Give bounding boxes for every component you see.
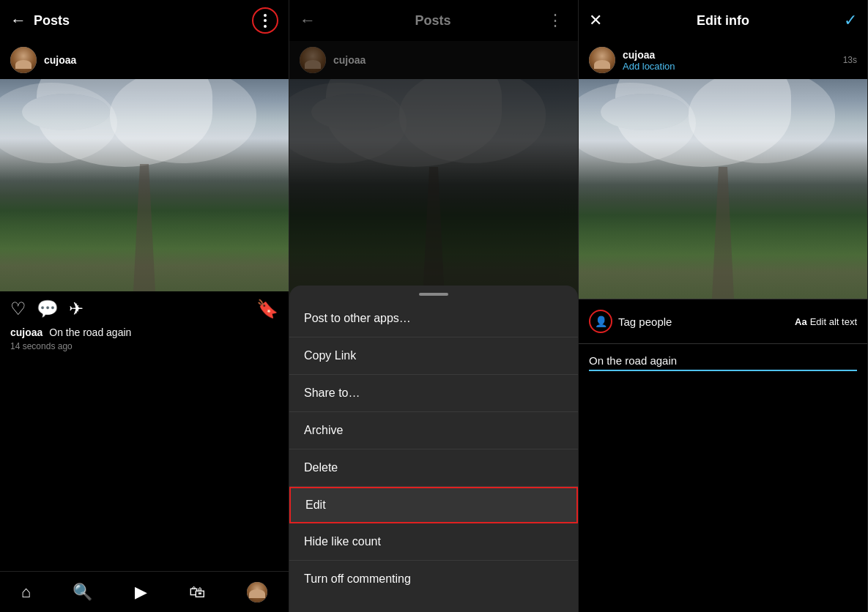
nav-home[interactable]: ⌂ — [21, 583, 31, 602]
edit-title: Edit info — [697, 13, 749, 29]
panel1-header: ← Posts — [0, 0, 289, 41]
caption-text: On the road again — [49, 326, 131, 338]
actions-row: ♡ 💬 ✈ 🔖 — [0, 291, 289, 326]
panel-posts-normal: ← Posts cujoaa ♡ 💬 ✈ 🔖 cujoaa On the roa… — [0, 0, 289, 612]
sheet-handle-row — [289, 286, 578, 300]
post-image — [0, 79, 289, 291]
sheet-item-copy-link[interactable]: Copy Link — [289, 337, 578, 375]
sheet-item-post-to-other-apps[interactable]: Post to other apps… — [289, 300, 578, 337]
edit-confirm-button[interactable]: ✓ — [844, 11, 857, 30]
nav-avatar — [247, 582, 267, 602]
three-dots-icon — [264, 14, 267, 28]
bottom-nav: ⌂ 🔍 ▶ 🛍 — [0, 571, 289, 612]
sheet-item-delete[interactable]: Delete — [289, 449, 578, 487]
sheet-handle — [419, 293, 448, 296]
alt-text-label: Edit alt text — [810, 316, 857, 327]
bottom-sheet: Post to other apps… Copy Link Share to… … — [289, 286, 578, 612]
sheet-item-hide-like-count[interactable]: Hide like count — [289, 523, 578, 561]
share-button[interactable]: ✈ — [69, 299, 84, 319]
edit-avatar[interactable] — [589, 47, 615, 73]
header-title: Posts — [34, 13, 252, 29]
back-button[interactable]: ← — [10, 11, 26, 30]
tag-people-label[interactable]: Tag people — [618, 316, 789, 328]
edit-close-button[interactable]: ✕ — [589, 11, 602, 30]
edit-alt-text-button[interactable]: Aa Edit alt text — [795, 316, 857, 327]
nav-profile[interactable] — [247, 582, 267, 602]
timestamp: 14 seconds ago — [0, 341, 289, 359]
person-icon: 👤 — [595, 316, 607, 327]
edit-header: ✕ Edit info ✓ — [579, 0, 867, 41]
comment-button[interactable]: 💬 — [37, 299, 59, 319]
avatar-image — [10, 47, 37, 73]
sheet-item-edit[interactable]: Edit — [289, 487, 578, 523]
sheet-item-archive[interactable]: Archive — [289, 412, 578, 449]
panel-posts-sheet: ← Posts ⋮ cujoaa Post to other apps… Cop… — [289, 0, 579, 612]
panel-edit-info: ✕ Edit info ✓ cujoaa Add location 13s 👤 … — [579, 0, 868, 612]
username[interactable]: cujoaa — [44, 54, 76, 66]
add-location-button[interactable]: Add location — [623, 61, 836, 72]
edit-timestamp: 13s — [843, 55, 857, 65]
sheet-item-share-to[interactable]: Share to… — [289, 375, 578, 412]
more-options-button[interactable] — [252, 7, 278, 34]
caption-edit-row — [579, 344, 867, 381]
caption-username[interactable]: cujoaa — [10, 326, 42, 338]
avatar[interactable] — [10, 47, 37, 73]
nav-search[interactable]: 🔍 — [73, 583, 92, 602]
alt-text-icon: Aa — [795, 316, 807, 327]
edit-user-row: cujoaa Add location 13s — [579, 41, 867, 79]
sheet-item-turn-off-commenting[interactable]: Turn off commenting — [289, 561, 578, 597]
bookmark-button[interactable]: 🔖 — [256, 299, 278, 319]
tag-people-row: 👤 Tag people Aa Edit alt text — [579, 299, 867, 344]
edit-post-image — [579, 79, 867, 299]
caption-input[interactable] — [589, 354, 857, 371]
tag-people-button[interactable]: 👤 — [589, 310, 612, 333]
edit-username[interactable]: cujoaa — [623, 49, 836, 61]
like-button[interactable]: ♡ — [10, 299, 26, 319]
edit-avatar-image — [589, 47, 615, 73]
caption-row: cujoaa On the road again — [0, 326, 289, 341]
nav-reels[interactable]: ▶ — [135, 583, 147, 602]
edit-user-info: cujoaa Add location — [623, 49, 836, 72]
nav-shop[interactable]: 🛍 — [189, 583, 205, 602]
spacer-fill — [0, 359, 289, 571]
user-row: cujoaa — [0, 41, 289, 79]
